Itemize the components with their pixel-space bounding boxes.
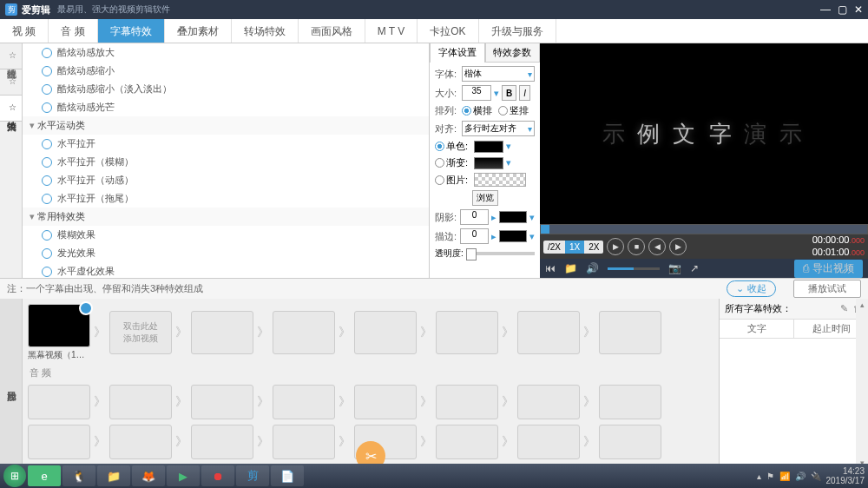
tab-transition[interactable]: 转场特效 — [232, 19, 299, 43]
effect-item[interactable]: 水平拉开（动感） — [23, 171, 429, 189]
taskbar-item[interactable]: 📁 — [97, 465, 130, 486]
empty-clip-slot[interactable] — [599, 311, 661, 354]
maximize-button[interactable]: ▢ — [838, 3, 847, 16]
audio-clip-slot[interactable] — [436, 425, 498, 459]
bold-button[interactable]: B — [502, 85, 516, 101]
prev-frame-button[interactable]: ◀ — [648, 238, 666, 255]
audio-clip-slot[interactable] — [273, 385, 335, 419]
tab-subtitle-fx[interactable]: 字幕特效 — [98, 19, 165, 43]
volume-icon[interactable]: 🔊 — [586, 262, 599, 274]
radio-solid-color[interactable]: 单色: — [435, 140, 468, 153]
empty-clip-slot[interactable] — [191, 311, 253, 354]
play-effect-button[interactable]: 播放试试 — [793, 280, 861, 298]
shadow-color[interactable] — [499, 211, 527, 223]
browse-button[interactable]: 浏览 — [472, 190, 498, 206]
size-input[interactable]: 35 — [462, 85, 491, 101]
gradient-swatch[interactable] — [474, 157, 503, 169]
radio-gradient[interactable]: 渐变: — [435, 156, 468, 169]
speed-half[interactable]: /2X — [543, 241, 565, 254]
audio-clip-slot[interactable] — [109, 385, 172, 419]
folder-icon[interactable]: 📁 — [564, 262, 577, 274]
scrollbar[interactable]: ▴▾ — [856, 299, 868, 469]
tray-network-icon[interactable]: 📶 — [779, 472, 790, 481]
video-clip[interactable] — [28, 304, 90, 347]
next-frame-button[interactable]: ▶ — [669, 238, 687, 255]
radio-horizontal[interactable]: 横排 — [462, 104, 492, 117]
audio-clip-slot[interactable] — [599, 385, 661, 419]
empty-clip-slot[interactable] — [517, 311, 580, 354]
add-clip-slot[interactable]: 双击此处添加视频 — [109, 311, 172, 354]
speed-2x[interactable]: 2X — [584, 241, 603, 254]
taskbar-item[interactable]: 🐧 — [62, 465, 95, 486]
side-tab-stay[interactable]: ☆停留特效 — [0, 69, 22, 96]
empty-clip-slot[interactable] — [273, 311, 335, 354]
tab-video[interactable]: 视 频 — [0, 19, 49, 43]
stroke-input[interactable]: 0 — [460, 228, 488, 244]
close-button[interactable]: ✕ — [854, 3, 863, 16]
stop-button[interactable]: ■ — [628, 238, 645, 255]
preview-seekbar[interactable] — [540, 224, 868, 234]
audio-clip-slot[interactable] — [191, 425, 253, 459]
audio-clip-slot[interactable] — [191, 385, 253, 419]
font-select[interactable]: 楷体 — [462, 66, 535, 82]
audio-clip-slot[interactable] — [28, 385, 90, 419]
tray-flag-icon[interactable]: ⚑ — [766, 472, 774, 481]
effect-item[interactable]: 酷炫动感缩小（淡入淡出） — [23, 80, 429, 98]
color-swatch[interactable] — [474, 141, 503, 153]
start-button[interactable]: ⊞ — [3, 465, 26, 487]
effect-item[interactable]: 模糊效果 — [23, 226, 429, 244]
radio-vertical[interactable]: 竖排 — [498, 104, 529, 117]
effect-item[interactable]: 水平虚化效果 — [23, 262, 429, 278]
tray-up-icon[interactable]: ▴ — [757, 472, 761, 481]
empty-clip-slot[interactable] — [354, 311, 417, 354]
taskbar-item[interactable]: e — [28, 465, 61, 486]
effect-list[interactable]: 酷炫动感放大 酷炫动感缩小 酷炫动感缩小（淡入淡出） 酷炫动感光芒 水平运动类 … — [23, 43, 429, 278]
effect-item[interactable]: 水平拉开 — [23, 135, 429, 153]
tab-style[interactable]: 画面风格 — [299, 19, 365, 43]
audio-clip-slot[interactable] — [436, 385, 498, 419]
audio-clip-slot[interactable] — [28, 425, 90, 459]
tray-volume-icon[interactable]: 🔊 — [795, 472, 806, 481]
tray-power-icon[interactable]: 🔌 — [811, 472, 821, 481]
tray-clock[interactable]: 14:23 2019/3/17 — [826, 466, 865, 485]
export-button[interactable]: ⎙导出视频 — [794, 260, 863, 278]
volume-slider[interactable] — [608, 267, 660, 270]
play-button[interactable]: ▶ — [607, 238, 624, 255]
audio-clip-slot[interactable] — [517, 425, 580, 459]
share-icon[interactable]: ↗ — [690, 262, 699, 274]
audio-clip-slot[interactable] — [354, 385, 417, 419]
stroke-color[interactable] — [499, 230, 527, 242]
prop-tab-fx[interactable]: 特效参数 — [485, 43, 541, 63]
effect-item[interactable]: 酷炫动感缩小 — [23, 62, 429, 80]
audio-clip-slot[interactable] — [599, 425, 661, 459]
tab-audio[interactable]: 音 频 — [49, 19, 97, 43]
effect-item[interactable]: 酷炫动感光芒 — [23, 98, 429, 116]
effect-item[interactable]: 水平拉开（模糊） — [23, 153, 429, 171]
effect-item[interactable]: 发光效果 — [23, 244, 429, 262]
taskbar-item[interactable]: 剪 — [236, 465, 269, 486]
tab-mtv[interactable]: M T V — [365, 19, 418, 43]
collapse-button[interactable]: ⌄收起 — [727, 280, 776, 297]
audio-clip-slot[interactable] — [517, 385, 580, 419]
preview-screen[interactable]: 示 例 文 字 演 示 — [540, 43, 868, 224]
taskbar-item[interactable]: 🦊 — [132, 465, 165, 486]
audio-clip-slot[interactable] — [273, 425, 335, 459]
snapshot-icon[interactable]: 📷 — [668, 262, 681, 274]
taskbar-item[interactable]: ▶ — [167, 465, 200, 486]
effect-category[interactable]: 水平运动类 — [23, 116, 429, 135]
opacity-slider[interactable] — [466, 252, 535, 255]
tab-overlay[interactable]: 叠加素材 — [165, 19, 232, 43]
taskbar-item[interactable]: 📄 — [271, 465, 304, 486]
taskbar-item[interactable]: ⏺ — [201, 465, 234, 486]
prop-tab-font[interactable]: 字体设置 — [430, 43, 485, 63]
radio-image[interactable]: 图片: — [435, 174, 468, 187]
empty-clip-slot[interactable] — [436, 311, 498, 354]
shadow-input[interactable]: 0 — [460, 209, 488, 225]
effect-item[interactable]: 水平拉开（拖尾） — [23, 189, 429, 208]
edit-icon[interactable]: ✎ — [840, 303, 848, 314]
effect-category[interactable]: 常用特效类 — [23, 208, 429, 226]
tab-karaoke[interactable]: 卡拉OK — [418, 19, 478, 43]
effect-item[interactable]: 酷炫动感放大 — [23, 43, 429, 62]
speed-1x[interactable]: 1X — [565, 241, 584, 254]
italic-button[interactable]: I — [519, 85, 530, 101]
